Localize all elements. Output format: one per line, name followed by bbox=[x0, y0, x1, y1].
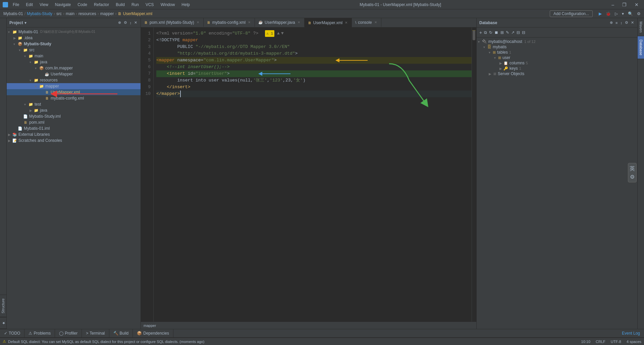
tree-item-usermapper-java[interactable]: ▶ ☕ UserMapper bbox=[7, 71, 141, 77]
db-collapse[interactable]: ≡ bbox=[615, 20, 618, 25]
breadcrumb-mapper[interactable]: mapper bbox=[100, 11, 115, 16]
bottom-tab-terminal[interactable]: > Terminal bbox=[82, 329, 109, 337]
breadcrumb-mybatis-study[interactable]: Mybatis-Study bbox=[26, 11, 53, 16]
code-area[interactable]: <?xml version="1.0" encoding="UTF-8" ?> … bbox=[154, 27, 472, 322]
tree-item-scratches[interactable]: ▶ 📝 Scratches and Consoles bbox=[7, 137, 141, 143]
tree-item-mybatis01[interactable]: ▾ 📁 Mybatis-01 D:\编程语言\Java\git\仓库\Mybat… bbox=[7, 29, 141, 35]
tree-item-resources[interactable]: ▾ 📁 resources bbox=[7, 77, 141, 83]
db-expand-all[interactable]: ⊕ bbox=[609, 20, 613, 25]
java-tab-close[interactable]: ✕ bbox=[297, 20, 301, 24]
tab-console[interactable]: \ console ✕ bbox=[352, 18, 381, 27]
search-everywhere-button[interactable]: 🔍 bbox=[627, 11, 634, 16]
tab-usermapper-xml[interactable]: 🗎 UserMapper.xml ✕ bbox=[305, 18, 352, 27]
db-copy-button[interactable]: ⧉ bbox=[484, 30, 487, 35]
db-scroll[interactable]: ↕ bbox=[620, 20, 623, 25]
db-table-button[interactable]: ⊞ bbox=[500, 30, 504, 35]
menu-vcs[interactable]: VCS bbox=[144, 2, 156, 8]
editor-scrollbar[interactable] bbox=[472, 27, 476, 322]
hide-project-button[interactable]: ✕ bbox=[133, 20, 138, 25]
tree-item-mapper-folder[interactable]: ▾ 📁 mapper bbox=[7, 83, 141, 89]
tree-item-idea[interactable]: ▶ 📁 .idea bbox=[7, 35, 141, 41]
breadcrumb-usermapper-xml[interactable]: 🗎 UserMapper.xml bbox=[117, 11, 153, 16]
project-dropdown[interactable]: Project ▾ bbox=[9, 20, 26, 25]
breadcrumb-src[interactable]: src bbox=[56, 11, 62, 16]
line1-down-arrow[interactable]: ▼ bbox=[281, 30, 284, 37]
tree-item-mybatis-study-iml[interactable]: ▶ 📄 Mybatis-Study.iml bbox=[7, 113, 141, 119]
menu-code[interactable]: Code bbox=[75, 2, 89, 8]
tree-item-package[interactable]: ▾ 📦 com.lin.mapper bbox=[7, 65, 141, 71]
bottom-tab-build[interactable]: 🔨 Build bbox=[109, 329, 133, 337]
project-settings-button[interactable]: ⚙ bbox=[123, 20, 128, 25]
tree-item-java[interactable]: ▾ 📁 java bbox=[7, 59, 141, 65]
tree-item-mybatis-study[interactable]: ▾ 📦 Mybatis-Study bbox=[7, 41, 141, 47]
db-user-table[interactable]: ▾ ⊞ user bbox=[477, 55, 637, 60]
collapse-all-button[interactable]: ⊕ bbox=[117, 20, 122, 25]
breadcrumb-main[interactable]: main bbox=[65, 11, 75, 16]
vtab-structure[interactable]: Structure bbox=[0, 295, 6, 317]
pom-tab-close[interactable]: ✕ bbox=[196, 20, 200, 24]
tree-item-mybatis-config[interactable]: ▶ 🗎 mybatis-config.xml bbox=[7, 95, 141, 101]
tree-item-src[interactable]: ▾ 📁 src bbox=[7, 47, 141, 53]
scroll-thumb[interactable] bbox=[473, 30, 475, 40]
menu-refactor[interactable]: Refactor bbox=[92, 2, 111, 8]
db-columns[interactable]: ▶ 📋 columns 5 bbox=[477, 60, 637, 66]
db-hide[interactable]: ✕ bbox=[630, 20, 635, 25]
db-server-objects[interactable]: ▶ 🖥 Server Objects bbox=[477, 71, 637, 76]
bottom-tab-todo[interactable]: ✓ TODO bbox=[0, 329, 24, 337]
tree-item-test-java[interactable]: ▶ 📁 java bbox=[7, 107, 141, 113]
vtab-favorites[interactable]: ★ bbox=[0, 317, 6, 329]
vtab-database[interactable]: Database bbox=[638, 36, 644, 59]
run-button[interactable]: ▶ bbox=[598, 11, 602, 16]
db-stop-button[interactable]: ⏹ bbox=[494, 30, 498, 35]
menu-run[interactable]: Run bbox=[129, 2, 141, 8]
tab-pom-xml[interactable]: 🗎 pom.xml (Mybatis-Study) ✕ bbox=[141, 18, 204, 27]
vtab-maven[interactable]: Maven bbox=[638, 18, 644, 36]
menu-file[interactable]: File bbox=[11, 2, 21, 8]
close-button[interactable]: ✕ bbox=[632, 1, 641, 8]
menu-build[interactable]: Build bbox=[114, 2, 127, 8]
db-refresh-button[interactable]: ↻ bbox=[489, 30, 492, 35]
tree-item-external-libs[interactable]: ▶ 📚 External Libraries bbox=[7, 131, 141, 137]
maximize-button[interactable]: ❐ bbox=[620, 1, 629, 8]
db-tables[interactable]: ▾ ⊞ tables 1 bbox=[477, 50, 637, 55]
project-scroll-button[interactable]: ↕ bbox=[129, 20, 132, 25]
tree-item-test[interactable]: ▾ 📁 test bbox=[7, 101, 141, 107]
console-tab-close[interactable]: ✕ bbox=[374, 20, 378, 24]
event-log-link[interactable]: Event Log bbox=[622, 331, 640, 336]
db-move-button[interactable]: ↗ bbox=[511, 30, 515, 35]
breadcrumb-mybatis01[interactable]: Mybatis-01 bbox=[3, 11, 24, 16]
db-add-button[interactable]: + bbox=[479, 30, 482, 35]
tree-item-main[interactable]: ▾ 📁 main bbox=[7, 53, 141, 59]
tree-item-pom-xml[interactable]: ▶ 🗎 pom.xml bbox=[7, 119, 141, 125]
db-connection[interactable]: ▾ 🔌 mybatis@localhost 1 of 12 bbox=[477, 39, 637, 44]
db-view-button[interactable]: ⊟ bbox=[517, 30, 520, 35]
db-schema[interactable]: ▾ 🗄 mybatis bbox=[477, 44, 637, 50]
coverage-button[interactable]: ▷ bbox=[614, 11, 619, 16]
tab-usermapper-java[interactable]: ☕ UserMapper.java ✕ bbox=[255, 18, 305, 27]
db-keys[interactable]: ▶ 🔑 keys 1 bbox=[477, 66, 637, 71]
tree-item-mybatis01-iml[interactable]: ▶ 📄 Mybatis-01.iml bbox=[7, 125, 141, 131]
tab-mybatis-config[interactable]: 🗎 mybatis-config.xml ✕ bbox=[204, 18, 255, 27]
debug-button[interactable]: 🐞 bbox=[605, 11, 611, 16]
line1-up-arrow[interactable]: ▲ bbox=[277, 30, 280, 37]
config-tab-close[interactable]: ✕ bbox=[247, 20, 251, 24]
breadcrumb-resources[interactable]: resources bbox=[78, 11, 97, 16]
menu-navigate[interactable]: Navigate bbox=[53, 2, 73, 8]
minimize-button[interactable]: – bbox=[609, 1, 617, 8]
bottom-tab-profiler[interactable]: ◯ Profiler bbox=[55, 329, 82, 337]
add-configuration-button[interactable]: Add Configuration... bbox=[550, 10, 593, 17]
menu-window[interactable]: Window bbox=[159, 2, 177, 8]
active-xml-tab-close[interactable]: ✕ bbox=[344, 20, 348, 25]
menu-edit[interactable]: Edit bbox=[24, 2, 35, 8]
db-edit-button[interactable]: ✎ bbox=[506, 30, 509, 35]
db-settings[interactable]: ⚙ bbox=[624, 20, 629, 25]
bottom-tab-dependencies[interactable]: 📦 Dependencies bbox=[133, 329, 173, 337]
db-filter-button[interactable]: ⊟ bbox=[522, 30, 525, 35]
more-run-options[interactable]: ▾ bbox=[621, 11, 625, 16]
chinese-input-widget[interactable]: 英 ⚙ bbox=[628, 163, 637, 182]
menu-help[interactable]: Help bbox=[179, 2, 192, 8]
tree-item-usermapper-xml[interactable]: ▶ 🗎 UserMapper.xml bbox=[7, 89, 141, 95]
menu-view[interactable]: View bbox=[38, 2, 50, 8]
bottom-tab-problems[interactable]: ⚠ Problems bbox=[24, 329, 55, 337]
settings-button[interactable]: ⚙ bbox=[636, 11, 641, 16]
